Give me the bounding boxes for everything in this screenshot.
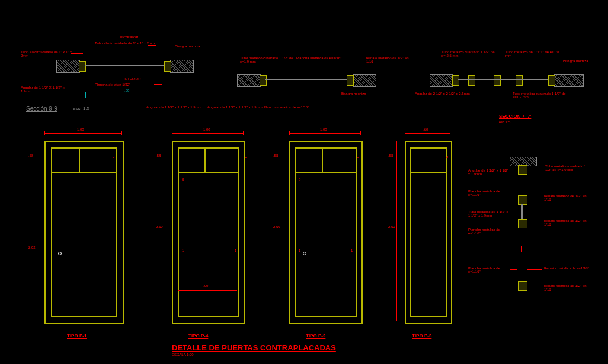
n: 8 bbox=[182, 178, 184, 181]
dim-line bbox=[85, 95, 171, 95]
door-p1-label: TIPO P-1 bbox=[67, 333, 87, 339]
lbl: remate metalico de 1/2" en 1/16 bbox=[544, 284, 591, 291]
wall-hatch bbox=[353, 74, 376, 87]
lbl-tube1: Tubo electrosoldado de 1" x 1" x 2mm bbox=[21, 50, 74, 57]
lbl: Angular de 1 1/2" x 1 1/2" x 1.9mm bbox=[146, 105, 217, 109]
dim: .58 bbox=[156, 154, 161, 157]
n: 2 bbox=[446, 155, 448, 159]
door-p4-transom-div bbox=[204, 147, 206, 172]
dim: .58 bbox=[273, 154, 278, 157]
dim bbox=[44, 133, 121, 134]
detail-box bbox=[518, 219, 527, 228]
dim bbox=[178, 290, 237, 291]
door-p1-transom-div bbox=[79, 147, 80, 172]
detail-box bbox=[518, 281, 527, 291]
n: 1 bbox=[235, 249, 236, 252]
section-9-title: Sección 9-9 bbox=[26, 105, 57, 112]
detail-box bbox=[518, 165, 527, 175]
jamb-box bbox=[452, 75, 459, 86]
drawing-scale: ESCALA 1:20 bbox=[172, 353, 194, 356]
tick bbox=[172, 131, 172, 135]
leader bbox=[148, 45, 156, 46]
wall-hatch bbox=[170, 60, 194, 73]
n: 2 bbox=[245, 155, 247, 159]
cross bbox=[519, 249, 525, 249]
n: 8 bbox=[299, 178, 300, 181]
lbl: Tubo metalico de 1" x 1" de e=1.9 mm bbox=[505, 50, 559, 57]
section-7-scale: esc 1:5 bbox=[499, 120, 510, 124]
tick bbox=[289, 131, 290, 135]
tick bbox=[121, 131, 122, 135]
section-9-scale: esc. 1:5 bbox=[73, 106, 89, 111]
door-p2-knob bbox=[303, 252, 306, 255]
lbl: Plancha metalica de e=1/16" bbox=[468, 228, 510, 235]
wall-hatch bbox=[237, 74, 261, 87]
lbl: Tubo metalico cuadrado 1 1/2" de e=1.9 m… bbox=[240, 56, 296, 63]
n: 1 bbox=[299, 249, 300, 252]
door-p2-transom bbox=[295, 147, 356, 173]
leader bbox=[510, 269, 517, 270]
door-p1-transom bbox=[51, 147, 116, 173]
lbl: Angular de 1 1/2" x 1 1/2" x 1.9mm bbox=[468, 169, 510, 176]
lbl: remate metalico de 1/2" en 1/16 bbox=[544, 219, 591, 226]
lbl-exterior: EXTERIOR bbox=[120, 36, 139, 39]
wall-hatch bbox=[554, 74, 584, 87]
leader bbox=[343, 62, 351, 62]
lbl: Tubo metalico de 1 1/2" x 1 1/2" x 1.9mm bbox=[468, 210, 510, 217]
dim bbox=[405, 133, 450, 134]
lbl: remate metalico de 1/2" en 1/16 bbox=[544, 194, 591, 201]
door-p3-label: TIPO P-3 bbox=[412, 333, 431, 339]
dim: 1.00 bbox=[320, 128, 327, 131]
lbl: remate metalico de 1/2" en 1/16 bbox=[366, 56, 414, 63]
dim-tick bbox=[85, 92, 86, 98]
lbl-plancha: Plancha de laton 1/32" bbox=[95, 83, 148, 86]
tick bbox=[360, 131, 361, 135]
lbl: Remate metalico de e=1/16" bbox=[544, 266, 591, 270]
leader bbox=[71, 89, 83, 89]
tick bbox=[450, 131, 450, 135]
tick bbox=[44, 131, 45, 135]
lbl: Bisagra hechiza bbox=[341, 92, 366, 95]
n: 1 bbox=[351, 249, 353, 252]
dim bbox=[164, 141, 164, 321]
door-p4-label: TIPO P-4 bbox=[188, 333, 208, 339]
leader bbox=[71, 53, 83, 54]
cross bbox=[521, 246, 522, 252]
lbl-interior: INTERIOR bbox=[124, 77, 141, 80]
wall-hatch bbox=[430, 74, 453, 87]
tick bbox=[405, 131, 405, 135]
jamb-box bbox=[164, 61, 171, 72]
dim bbox=[37, 141, 37, 321]
tick bbox=[243, 131, 244, 135]
jamb-box bbox=[79, 61, 86, 72]
dim: 2.60 bbox=[156, 225, 163, 228]
leader bbox=[284, 62, 293, 62]
conn bbox=[521, 204, 523, 219]
jamb-box bbox=[347, 75, 354, 86]
lbl-ang: Angular de 1 1/2" X 1 1/2" x 1.9mm bbox=[21, 86, 74, 93]
leader bbox=[527, 269, 542, 270]
lbl: Plancha metalica de e=1/16" bbox=[468, 266, 510, 273]
door-p2-label: TIPO P-2 bbox=[306, 333, 325, 339]
door-p2-transom-div bbox=[322, 147, 323, 172]
wall-hatch bbox=[56, 60, 80, 73]
dim-val: .90 bbox=[124, 89, 129, 92]
door-line bbox=[265, 79, 347, 80]
n: 2 bbox=[357, 155, 359, 159]
dim: .58 bbox=[388, 154, 393, 157]
dim: 2.60 bbox=[388, 225, 395, 228]
lbl-bisagra: Bisagra hechiza bbox=[175, 44, 200, 48]
lbl: Bisagra hechiza bbox=[563, 59, 588, 63]
dim: 2.60 bbox=[273, 225, 280, 228]
dim bbox=[289, 133, 360, 134]
cad-drawing: { "sections":{ "s9":{"title":"Sección 9-… bbox=[0, 0, 608, 364]
lbl: Tubo metalico cuadrado 1 1/2" de e=1.9 m… bbox=[513, 92, 566, 99]
door-p4-transom bbox=[178, 147, 238, 173]
dim: .60 bbox=[423, 128, 428, 131]
lbl: Angular de 2 1/2" x 2 1/2" x 2.5mm bbox=[415, 92, 480, 95]
jamb-box bbox=[516, 75, 523, 86]
jamb-box bbox=[468, 75, 475, 86]
dim: 1.00 bbox=[203, 128, 210, 131]
lbl: Tubo metalico cuadrado 1 1/2" de e= 2.5 … bbox=[441, 50, 495, 57]
jamb-box bbox=[548, 75, 555, 86]
